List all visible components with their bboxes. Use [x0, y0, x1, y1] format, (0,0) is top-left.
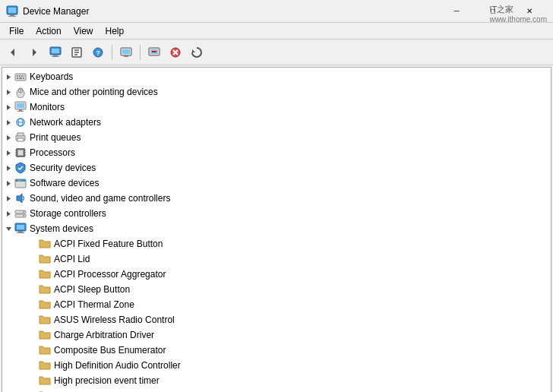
- svg-point-65: [16, 180, 17, 182]
- device-tree-panel[interactable]: KeyboardsMice and other pointing devices…: [2, 67, 551, 392]
- expand-btn-keyboards: [2, 71, 14, 83]
- tree-item-asus-wireless[interactable]: ASUS Wireless Radio Control: [2, 312, 551, 327]
- item-label-system: System devices: [30, 221, 93, 236]
- tree-item-composite[interactable]: Composite Bus Enumerator: [2, 343, 551, 358]
- refresh-button[interactable]: [187, 43, 207, 62]
- item-icon-mice: [14, 86, 27, 98]
- svg-marker-26: [7, 74, 11, 80]
- item-icon-software: [14, 177, 27, 189]
- tree-item-acpi-lid[interactable]: ACPI Lid: [2, 251, 551, 267]
- item-label-network: Network adapters: [30, 115, 101, 130]
- tree-item-acpi-processor[interactable]: ACPI Processor Aggregator: [2, 267, 551, 282]
- tree-item-system[interactable]: System devices: [2, 221, 551, 236]
- svg-rect-29: [19, 75, 21, 77]
- separator-2: [140, 45, 141, 60]
- svg-rect-32: [17, 77, 18, 79]
- tree-item-mice[interactable]: Mice and other pointing devices: [2, 84, 551, 100]
- toolbar: ?: [0, 40, 553, 65]
- item-label-high-def: High Definition Audio Controller: [54, 358, 181, 373]
- item-label-monitors: Monitors: [30, 100, 65, 115]
- item-label-high-precision: High precision event timer: [54, 373, 160, 388]
- svg-rect-9: [52, 56, 59, 57]
- tree-item-high-def[interactable]: High Definition Audio Controller: [2, 358, 551, 373]
- svg-rect-30: [21, 75, 23, 77]
- tree-item-acpi-thermal[interactable]: ACPI Thermal Zone: [2, 297, 551, 312]
- display-button[interactable]: [116, 43, 136, 62]
- tree-item-charge[interactable]: Charge Arbitration Driver: [2, 327, 551, 343]
- svg-point-74: [23, 215, 24, 217]
- expand-btn-security: [2, 162, 14, 174]
- watermark-brand: IT之家: [489, 4, 547, 15]
- item-icon-asus-wireless: [39, 314, 51, 326]
- svg-rect-50: [17, 133, 24, 136]
- expand-btn-storage: [2, 207, 14, 220]
- tree-item-intel-lpc[interactable]: Intel(R) 100 Series Chipset Family LPC C…: [2, 388, 551, 392]
- menu-item-file[interactable]: File: [3, 24, 30, 38]
- cancel-button[interactable]: [166, 43, 185, 62]
- tree-item-acpi-fixed[interactable]: ACPI Fixed Feature Button: [2, 236, 551, 251]
- svg-marker-25: [192, 49, 195, 52]
- svg-rect-7: [52, 49, 59, 53]
- tree-item-high-precision[interactable]: High precision event timer: [2, 373, 551, 388]
- help-button[interactable]: ?: [88, 43, 108, 62]
- svg-marker-52: [7, 150, 11, 156]
- item-label-security: Security devices: [30, 160, 96, 175]
- separator-1: [112, 45, 112, 60]
- item-icon-monitors: [14, 101, 27, 113]
- tree-item-storage[interactable]: Storage controllers: [2, 206, 551, 221]
- minimize-button[interactable]: ─: [439, 1, 474, 22]
- app-icon: [6, 5, 18, 17]
- expand-btn-network: [2, 116, 14, 128]
- svg-rect-18: [124, 55, 128, 57]
- svg-rect-33: [19, 77, 22, 79]
- expand-btn-processors: [2, 147, 14, 159]
- svg-rect-28: [17, 75, 18, 77]
- tree-item-software[interactable]: Software devices: [2, 175, 551, 191]
- item-label-charge: Charge Arbitration Driver: [54, 327, 154, 343]
- uninstall-button[interactable]: [144, 43, 164, 62]
- item-icon-storage: [14, 207, 27, 220]
- window-title: Device Manager: [23, 6, 89, 17]
- tree-item-security[interactable]: Security devices: [2, 160, 551, 175]
- svg-rect-8: [53, 55, 58, 56]
- device-tree: KeyboardsMice and other pointing devices…: [2, 68, 551, 392]
- tree-item-network[interactable]: Network adapters: [2, 115, 551, 130]
- item-icon-processors: [14, 147, 27, 159]
- forward-button[interactable]: [24, 43, 44, 62]
- watermark-url: www.ithome.com: [489, 15, 547, 24]
- svg-marker-69: [17, 194, 22, 203]
- back-button[interactable]: [3, 43, 23, 62]
- item-icon-acpi-thermal: [39, 299, 51, 311]
- svg-point-66: [18, 180, 20, 182]
- svg-marker-61: [7, 166, 11, 171]
- svg-point-67: [21, 180, 22, 182]
- svg-marker-48: [7, 135, 11, 141]
- svg-marker-44: [7, 120, 11, 125]
- item-label-print: Print queues: [30, 130, 81, 145]
- svg-rect-41: [17, 103, 24, 108]
- svg-marker-68: [7, 196, 11, 201]
- tree-item-keyboards[interactable]: Keyboards: [2, 69, 551, 84]
- menu-item-view[interactable]: View: [68, 24, 100, 38]
- item-icon-high-def: [39, 359, 51, 371]
- expand-btn-print: [2, 131, 14, 144]
- tree-item-print[interactable]: Print queues: [2, 130, 551, 145]
- tree-item-sound[interactable]: Sound, video and game controllers: [2, 191, 551, 206]
- item-icon-acpi-fixed: [39, 238, 51, 250]
- item-label-acpi-fixed: ACPI Fixed Feature Button: [54, 236, 163, 251]
- svg-point-73: [23, 211, 24, 213]
- tree-item-monitors[interactable]: Monitors: [2, 100, 551, 115]
- tree-item-processors[interactable]: Processors: [2, 145, 551, 160]
- computer-button[interactable]: [46, 43, 65, 62]
- expand-btn-mice: [2, 86, 14, 98]
- menu-item-action[interactable]: Action: [30, 24, 67, 38]
- item-icon-acpi-lid: [39, 253, 51, 265]
- item-label-acpi-sleep: ACPI Sleep Button: [54, 282, 130, 297]
- tree-item-acpi-sleep[interactable]: ACPI Sleep Button: [2, 282, 551, 297]
- menu-item-help[interactable]: Help: [100, 24, 131, 38]
- item-icon-network: [14, 116, 27, 128]
- properties-button[interactable]: [67, 43, 87, 62]
- svg-marker-5: [33, 49, 36, 56]
- item-label-acpi-thermal: ACPI Thermal Zone: [54, 297, 134, 312]
- svg-marker-39: [7, 105, 11, 110]
